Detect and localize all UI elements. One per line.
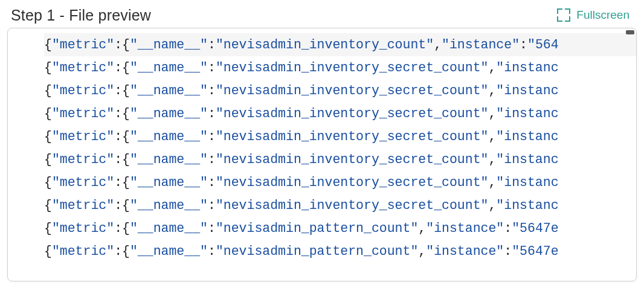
scrollbar-thumb[interactable]: [626, 30, 634, 34]
code-line: {"metric":{"__name__":"nevisadmin_invent…: [44, 171, 636, 194]
code-line: {"metric":{"__name__":"nevisadmin_invent…: [44, 194, 636, 217]
fullscreen-button[interactable]: Fullscreen: [553, 6, 633, 24]
code-line: {"metric":{"__name__":"nevisadmin_invent…: [44, 125, 636, 148]
code-content: {"metric":{"__name__":"nevisadmin_invent…: [8, 32, 636, 281]
file-preview-panel[interactable]: {"metric":{"__name__":"nevisadmin_invent…: [7, 28, 637, 281]
panel-header: Step 1 - File preview Fullscreen: [7, 6, 637, 28]
code-line: {"metric":{"__name__":"nevisadmin_invent…: [44, 79, 636, 102]
code-line: {"metric":{"__name__":"nevisadmin_patter…: [44, 240, 636, 263]
fullscreen-label: Fullscreen: [576, 8, 630, 22]
code-line: {"metric":{"__name__":"nevisadmin_invent…: [44, 102, 636, 125]
code-line: {"metric":{"__name__":"nevisadmin_invent…: [44, 33, 636, 56]
code-line: {"metric":{"__name__":"nevisadmin_invent…: [44, 56, 636, 79]
code-line: {"metric":{"__name__":"nevisadmin_invent…: [44, 148, 636, 171]
fullscreen-icon: [557, 8, 570, 22]
code-line: {"metric":{"__name__":"nevisadmin_patter…: [44, 217, 636, 240]
panel-title: Step 1 - File preview: [11, 7, 151, 24]
